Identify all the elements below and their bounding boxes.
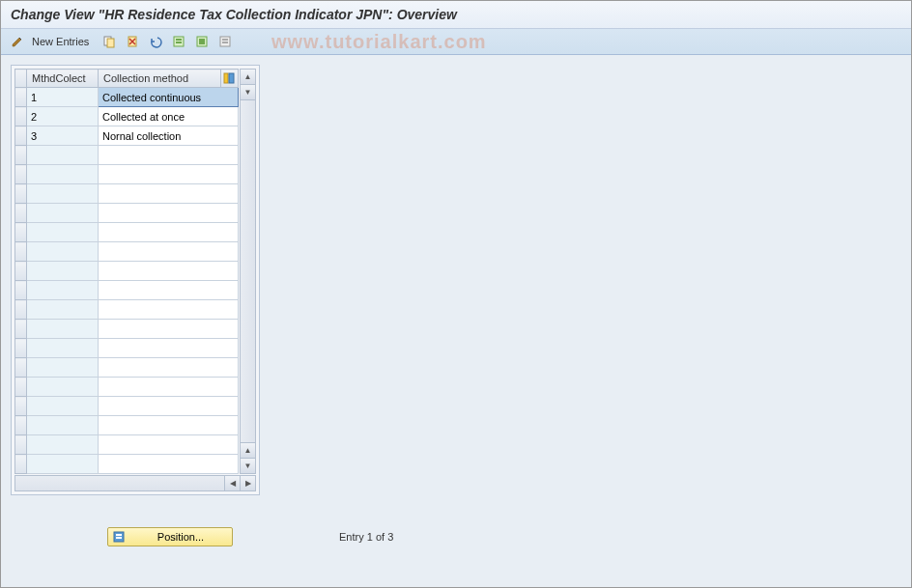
code-input[interactable] xyxy=(27,223,98,241)
cell-method[interactable] xyxy=(99,204,239,223)
cell-method[interactable] xyxy=(99,300,239,320)
scroll-left-icon[interactable]: ◀ xyxy=(224,476,240,490)
cell-code[interactable] xyxy=(27,146,99,165)
row-handle[interactable] xyxy=(15,165,27,184)
scroll-down-icon[interactable]: ▼ xyxy=(241,85,255,100)
code-input[interactable] xyxy=(27,165,98,183)
row-handle[interactable] xyxy=(15,184,27,204)
delete-icon[interactable] xyxy=(124,33,141,50)
code-input[interactable] xyxy=(27,378,98,396)
cell-code[interactable] xyxy=(27,262,99,281)
row-handle[interactable] xyxy=(15,204,27,223)
row-handle[interactable] xyxy=(15,339,27,358)
method-input[interactable] xyxy=(99,281,238,299)
code-input[interactable] xyxy=(27,281,98,299)
cell-code[interactable] xyxy=(27,339,99,358)
toggle-edit-icon[interactable] xyxy=(9,33,26,50)
code-input[interactable] xyxy=(27,455,98,473)
row-handle[interactable] xyxy=(15,397,27,416)
row-handle[interactable] xyxy=(15,455,27,474)
row-handle[interactable] xyxy=(15,242,27,262)
method-input[interactable] xyxy=(99,146,238,164)
row-handle[interactable] xyxy=(15,435,27,455)
cell-method[interactable] xyxy=(99,146,239,165)
select-block-icon[interactable] xyxy=(193,33,211,50)
cell-method[interactable] xyxy=(99,378,239,397)
scroll-up-icon[interactable]: ▲ xyxy=(241,70,255,85)
code-input[interactable] xyxy=(27,107,98,126)
copy-icon[interactable] xyxy=(100,33,118,50)
method-input[interactable] xyxy=(99,455,238,473)
scroll-up-bottom-icon[interactable]: ▲ xyxy=(241,442,255,458)
method-input[interactable] xyxy=(99,262,238,280)
code-input[interactable] xyxy=(27,397,98,415)
cell-method[interactable] xyxy=(99,107,239,126)
code-input[interactable] xyxy=(27,242,98,261)
cell-code[interactable] xyxy=(27,300,99,320)
row-handle[interactable] xyxy=(15,126,27,146)
position-button[interactable]: Position... xyxy=(107,527,233,546)
cell-method[interactable] xyxy=(99,435,239,455)
cell-code[interactable] xyxy=(27,242,99,262)
scroll-down-bottom-icon[interactable]: ▼ xyxy=(241,458,255,473)
method-input[interactable] xyxy=(99,242,238,261)
cell-method[interactable] xyxy=(99,281,239,300)
cell-method[interactable] xyxy=(99,320,239,339)
code-input[interactable] xyxy=(27,416,98,434)
cell-method[interactable] xyxy=(99,223,239,242)
code-input[interactable] xyxy=(27,320,98,338)
method-input[interactable] xyxy=(99,223,238,241)
cell-code[interactable] xyxy=(27,204,99,223)
cell-code[interactable] xyxy=(27,397,99,416)
method-input[interactable] xyxy=(99,320,238,338)
cell-code[interactable] xyxy=(27,378,99,397)
method-input[interactable] xyxy=(99,184,238,203)
row-handle[interactable] xyxy=(15,107,27,126)
new-entries-button[interactable]: New Entries xyxy=(32,36,89,47)
row-handle[interactable] xyxy=(15,416,27,435)
cell-method[interactable] xyxy=(99,88,239,107)
cell-code[interactable] xyxy=(27,107,99,126)
row-handle[interactable] xyxy=(15,223,27,242)
code-input[interactable] xyxy=(27,88,98,106)
vertical-scrollbar[interactable]: ▲ ▼ ▲ ▼ xyxy=(240,69,256,474)
method-input[interactable] xyxy=(99,358,238,377)
method-input[interactable] xyxy=(99,204,238,222)
cell-method[interactable] xyxy=(99,126,239,146)
cell-code[interactable] xyxy=(27,358,99,378)
cell-method[interactable] xyxy=(99,358,239,378)
cell-code[interactable] xyxy=(27,435,99,455)
cell-method[interactable] xyxy=(99,165,239,184)
cell-method[interactable] xyxy=(99,397,239,416)
cell-code[interactable] xyxy=(27,455,99,474)
row-handle[interactable] xyxy=(15,88,27,107)
method-input[interactable] xyxy=(99,339,238,357)
cell-code[interactable] xyxy=(27,184,99,204)
row-handle[interactable] xyxy=(15,378,27,397)
method-input[interactable] xyxy=(99,435,238,454)
code-input[interactable] xyxy=(27,146,98,164)
horizontal-scrollbar[interactable]: ◀ ▶ xyxy=(14,475,256,491)
scroll-right-icon[interactable]: ▶ xyxy=(240,476,255,490)
cell-code[interactable] xyxy=(27,88,99,107)
undo-icon[interactable] xyxy=(147,33,164,50)
deselect-all-icon[interactable] xyxy=(216,33,234,50)
method-input[interactable] xyxy=(99,107,238,126)
method-input[interactable] xyxy=(99,126,238,145)
column-header-code[interactable]: MthdColect xyxy=(27,70,99,88)
method-input[interactable] xyxy=(99,397,238,415)
method-input[interactable] xyxy=(99,300,238,319)
method-input[interactable] xyxy=(99,88,238,106)
cell-code[interactable] xyxy=(27,165,99,184)
cell-method[interactable] xyxy=(99,455,239,474)
code-input[interactable] xyxy=(27,126,98,145)
row-handle[interactable] xyxy=(15,262,27,281)
column-config-icon[interactable] xyxy=(221,70,239,88)
cell-code[interactable] xyxy=(27,281,99,300)
cell-method[interactable] xyxy=(99,339,239,358)
method-input[interactable] xyxy=(99,165,238,183)
row-handle[interactable] xyxy=(15,281,27,300)
cell-method[interactable] xyxy=(99,262,239,281)
code-input[interactable] xyxy=(27,204,98,222)
method-input[interactable] xyxy=(99,416,238,434)
